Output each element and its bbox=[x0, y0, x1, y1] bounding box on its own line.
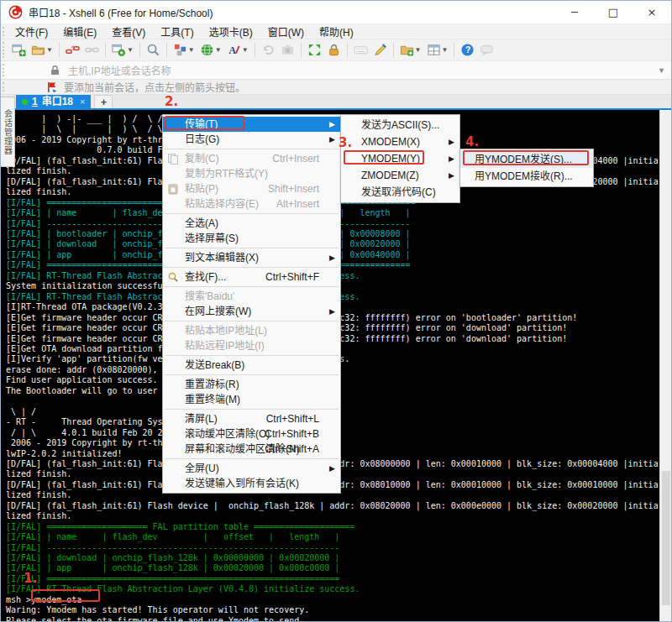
highlight-box-ymodem bbox=[344, 150, 424, 165]
tab-label: 串口18 bbox=[42, 96, 73, 107]
menu-item-label: 用YMODEM接收(R)... bbox=[475, 170, 573, 182]
menu-item-label: 粘贴(P) bbox=[185, 183, 218, 195]
context-menu-item-27[interactable]: 滚动缓冲区清除(O)Ctrl+Shift+B bbox=[163, 426, 340, 442]
terminal-line: msh >ymodem_ota bbox=[6, 595, 659, 605]
chevron-down-icon[interactable]: ▼ bbox=[658, 66, 665, 75]
chevron-down-icon[interactable]: ▼ bbox=[415, 46, 422, 54]
context-menu-item-11[interactable]: 到文本编辑器(X)▶ bbox=[163, 250, 340, 265]
transfer-submenu-item-0[interactable]: 发送为ASCII(S)... bbox=[341, 117, 459, 133]
context-menu-item-8[interactable]: 全选(A) bbox=[163, 216, 340, 231]
host-input-placeholder[interactable]: 主机,IP地址或会话名称 bbox=[68, 63, 171, 77]
menu-separator bbox=[165, 213, 339, 214]
chevron-down-icon[interactable]: ▼ bbox=[215, 46, 222, 54]
toolbar-separator bbox=[347, 43, 348, 57]
context-menu-item-21[interactable]: 发送Break(B) bbox=[163, 358, 340, 373]
help-icon[interactable]: ? bbox=[459, 41, 476, 59]
menu-item-label: 复制为RTF格式(Y) bbox=[185, 168, 268, 180]
submenu-arrow-icon: ▶ bbox=[329, 461, 335, 476]
chevron-down-icon[interactable]: ▼ bbox=[442, 46, 449, 54]
scrollbar-thumb[interactable] bbox=[662, 471, 670, 605]
maximize-button[interactable]: □ bbox=[594, 1, 633, 24]
context-menu-item-31[interactable]: 发送键输入到所有会话(K) bbox=[163, 476, 340, 491]
ymodem-submenu-item-1[interactable]: 用YMODEM接收(R)... bbox=[460, 168, 593, 185]
encoding-globe-icon[interactable]: ▼ bbox=[198, 41, 223, 59]
paste-icon bbox=[167, 183, 179, 195]
new-file-icon[interactable]: ▼ bbox=[398, 41, 423, 59]
submenu-arrow-icon: ▶ bbox=[329, 132, 335, 147]
chevron-down-icon[interactable]: ▼ bbox=[188, 46, 195, 54]
context-menu-item-9[interactable]: 选择屏幕(S) bbox=[163, 231, 340, 246]
context-menu-item-24[interactable]: 重置终端(M) bbox=[163, 392, 340, 407]
context-menu-item-26[interactable]: 清屏(L)Ctrl+Shift+L bbox=[163, 411, 340, 426]
highlight-box-command bbox=[31, 589, 100, 602]
toolbar-separator bbox=[393, 43, 394, 57]
minimize-button[interactable]: ─ bbox=[555, 1, 594, 24]
context-menu-item-16[interactable]: 在网上搜索(W)▶ bbox=[163, 304, 340, 319]
menu-bar: 文件(F)编辑(E)查看(V)工具(T)选项卡(B)窗口(W)帮助(H) bbox=[1, 24, 671, 39]
lock-icon[interactable] bbox=[325, 41, 343, 59]
menu-item-label: 重置游标(R) bbox=[185, 379, 239, 390]
menubar-item-5[interactable]: 窗口(W) bbox=[260, 24, 312, 39]
context-menu-item-1[interactable]: 日志(G)▶ bbox=[163, 132, 340, 147]
transfer-submenu-item-1[interactable]: XMODEM(X)▶ bbox=[341, 133, 459, 150]
step-3-label: 3. bbox=[339, 135, 352, 150]
chevron-down-icon[interactable]: ▼ bbox=[46, 46, 53, 54]
menu-item-label: 发送Break(B) bbox=[185, 359, 244, 371]
flag-icon bbox=[46, 81, 58, 93]
layout-icon[interactable]: ▼ bbox=[425, 41, 450, 59]
menubar-item-2[interactable]: 查看(V) bbox=[104, 24, 153, 39]
address-bar[interactable]: 主机,IP地址或会话名称 ▼ bbox=[1, 61, 671, 80]
undo-icon bbox=[260, 41, 277, 59]
new-tab-button[interactable]: + bbox=[94, 95, 113, 108]
toolbar-separator bbox=[255, 43, 255, 57]
menubar-item-6[interactable]: 帮助(H) bbox=[312, 24, 361, 39]
menu-item-label: 到文本编辑器(X) bbox=[185, 252, 259, 264]
transfer-submenu-item-3[interactable]: ZMODEM(Z)▶ bbox=[341, 167, 459, 184]
menu-item-label: 选择屏幕(S) bbox=[185, 233, 239, 244]
context-menu-item-28[interactable]: 屏幕和滚动缓冲区清除(N)Ctrl+Shift+A bbox=[163, 442, 340, 457]
context-menu-item-30[interactable]: 全屏(U)▶ bbox=[163, 461, 340, 476]
tab-close-icon[interactable]: × bbox=[80, 97, 85, 107]
menubar-item-1[interactable]: 编辑(E) bbox=[55, 24, 104, 39]
toolbar-grip bbox=[3, 82, 5, 91]
highlight-icon[interactable] bbox=[371, 41, 389, 59]
find-icon[interactable] bbox=[144, 41, 162, 59]
terminal-context-menu: 传输(T)▶日志(G)▶复制(C)Ctrl+Insert复制为RTF格式(Y)粘… bbox=[162, 114, 341, 494]
terminal-scrollbar[interactable] bbox=[659, 110, 671, 621]
notification-bar: 要添加当前会话，点击左侧的箭头按钮。 bbox=[1, 80, 671, 95]
terminal-line: [I/FAL] | app | onchip_flash_128k | 0x00… bbox=[6, 563, 659, 573]
session-properties-icon[interactable]: ▼ bbox=[110, 41, 135, 59]
session-manager-side-tab[interactable]: 会话管理器 bbox=[1, 97, 15, 167]
fullscreen-icon[interactable] bbox=[306, 41, 323, 59]
submenu-arrow-icon: ▶ bbox=[449, 167, 454, 184]
menubar-item-4[interactable]: 选项卡(B) bbox=[202, 24, 260, 39]
lock-icon bbox=[50, 65, 60, 76]
transfer-submenu-item-4[interactable]: 发送取消代码(C) bbox=[341, 184, 459, 201]
terminal-line: [D/FAL] (fal_flash_init:61) Flash device… bbox=[6, 501, 659, 511]
chevron-down-icon[interactable]: ▼ bbox=[127, 46, 134, 54]
open-folder-icon[interactable]: ▼ bbox=[29, 41, 55, 59]
font-icon[interactable]: A▼ bbox=[225, 41, 250, 59]
context-menu-item-13[interactable]: 查找(F)...Ctrl+Shift+F bbox=[163, 269, 340, 285]
menu-item-label: 在网上搜索(W) bbox=[185, 306, 251, 317]
capture-icon bbox=[279, 41, 297, 59]
compose-icon[interactable]: ▼ bbox=[171, 41, 197, 59]
menu-item-label: 清屏(L) bbox=[185, 413, 218, 425]
new-session-icon[interactable] bbox=[10, 41, 28, 59]
menu-separator bbox=[165, 409, 339, 410]
menu-separator bbox=[165, 267, 339, 268]
disconnect-icon[interactable] bbox=[64, 41, 81, 59]
menu-separator bbox=[165, 286, 339, 287]
context-menu-item-23[interactable]: 重置游标(R) bbox=[163, 377, 340, 392]
menu-separator bbox=[165, 355, 339, 356]
chevron-down-icon[interactable]: ▼ bbox=[242, 46, 249, 54]
context-menu-item-5: 粘贴(P)Shift+Insert bbox=[163, 181, 340, 196]
copy-icon bbox=[167, 153, 179, 165]
menu-item-label: 日志(G) bbox=[185, 133, 219, 145]
menubar-item-0[interactable]: 文件(F) bbox=[8, 24, 55, 39]
menubar-item-3[interactable]: 工具(T) bbox=[153, 24, 201, 39]
submenu-arrow-icon: ▶ bbox=[329, 250, 335, 265]
tab-serial-18[interactable]: 1 串口18 × bbox=[16, 95, 91, 108]
close-button[interactable]: × bbox=[633, 1, 671, 24]
reconnect-icon bbox=[83, 41, 101, 59]
